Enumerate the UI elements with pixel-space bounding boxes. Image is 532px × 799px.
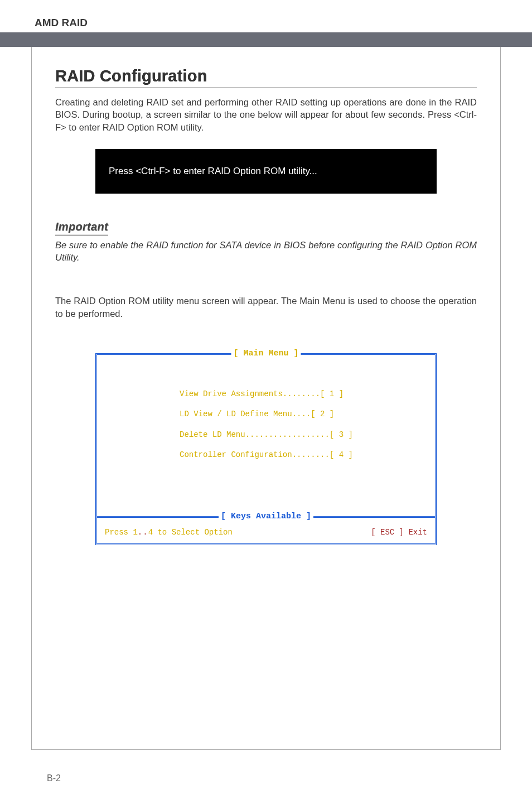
page-number: B-2 bbox=[47, 773, 61, 783]
bios-menu-item[interactable]: Delete LD Menu..................[ 3 ] bbox=[180, 425, 424, 445]
bios-keys-dots: .. bbox=[138, 528, 148, 537]
important-label: Important bbox=[55, 220, 108, 235]
important-block: Important Be sure to enable the RAID fun… bbox=[55, 220, 477, 264]
bios-menu-item[interactable]: Controller Configuration........[ 4 ] bbox=[180, 445, 424, 465]
bios-keys-left-pre: Press 1 bbox=[105, 528, 138, 537]
bios-menu: [ Main Menu ] View Drive Assignments....… bbox=[95, 353, 437, 546]
page-header: AMD RAID bbox=[0, 0, 532, 29]
bios-keys-right[interactable]: [ ESC ] Exit bbox=[371, 528, 427, 537]
title-rule bbox=[55, 88, 477, 88]
bios-keys-left-post: 4 to Select Option bbox=[148, 528, 233, 537]
bios-keys-title-wrap: [ Keys Available ] bbox=[219, 512, 313, 521]
bios-menu-item[interactable]: View Drive Assignments........[ 1 ] bbox=[180, 384, 424, 404]
bios-menu-items: View Drive Assignments........[ 1 ] LD V… bbox=[108, 384, 424, 465]
bios-main-title: [ Main Menu ] bbox=[231, 349, 301, 358]
bios-keys-panel: [ Keys Available ] Press 1..4 to Select … bbox=[97, 518, 435, 543]
bios-keys-title: [ Keys Available ] bbox=[219, 512, 313, 521]
bios-main-title-wrap: [ Main Menu ] bbox=[231, 349, 301, 358]
bios-main-panel: [ Main Menu ] View Drive Assignments....… bbox=[97, 355, 435, 518]
important-text: Be sure to enable the RAID function for … bbox=[55, 239, 477, 264]
page-frame: RAID Configuration Creating and deleting… bbox=[31, 47, 501, 750]
ctrl-f-callout: Press <Ctrl-F> to enter RAID Option ROM … bbox=[95, 149, 437, 194]
intro-paragraph: Creating and deleting RAID set and perfo… bbox=[55, 96, 477, 133]
bios-menu-item[interactable]: LD View / LD Define Menu....[ 2 ] bbox=[180, 404, 424, 424]
bios-keys-left: Press 1..4 to Select Option bbox=[105, 528, 233, 537]
header-title: AMD RAID bbox=[35, 17, 497, 29]
section-title: RAID Configuration bbox=[55, 67, 477, 85]
header-bar bbox=[0, 32, 532, 47]
body-paragraph-2: The RAID Option ROM utility menu screen … bbox=[55, 295, 477, 320]
